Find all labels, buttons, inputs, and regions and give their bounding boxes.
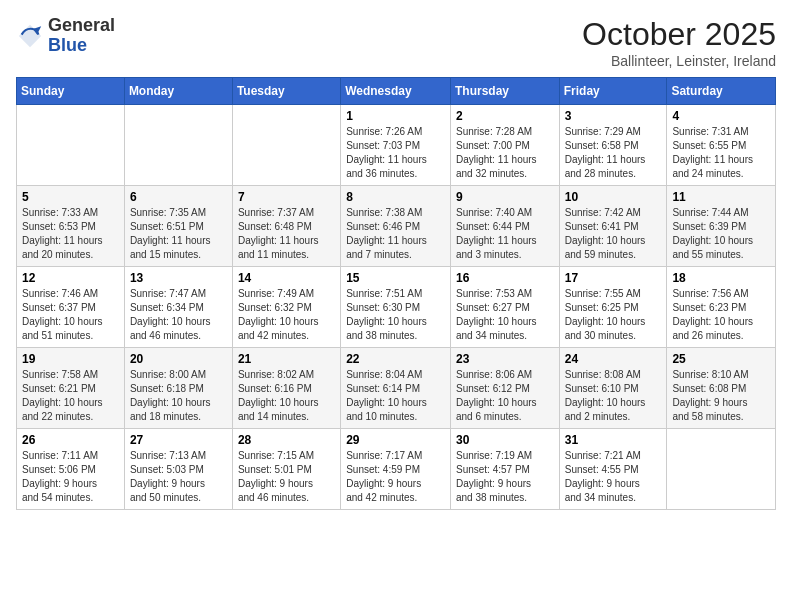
- calendar-cell: 27Sunrise: 7:13 AM Sunset: 5:03 PM Dayli…: [124, 429, 232, 510]
- day-info: Sunrise: 7:15 AM Sunset: 5:01 PM Dayligh…: [238, 449, 335, 505]
- day-info: Sunrise: 7:19 AM Sunset: 4:57 PM Dayligh…: [456, 449, 554, 505]
- calendar-cell: 25Sunrise: 8:10 AM Sunset: 6:08 PM Dayli…: [667, 348, 776, 429]
- day-info: Sunrise: 7:17 AM Sunset: 4:59 PM Dayligh…: [346, 449, 445, 505]
- day-info: Sunrise: 7:31 AM Sunset: 6:55 PM Dayligh…: [672, 125, 770, 181]
- day-info: Sunrise: 8:06 AM Sunset: 6:12 PM Dayligh…: [456, 368, 554, 424]
- week-row-4: 19Sunrise: 7:58 AM Sunset: 6:21 PM Dayli…: [17, 348, 776, 429]
- day-number: 4: [672, 109, 770, 123]
- day-info: Sunrise: 7:47 AM Sunset: 6:34 PM Dayligh…: [130, 287, 227, 343]
- day-number: 18: [672, 271, 770, 285]
- header-day-thursday: Thursday: [450, 78, 559, 105]
- day-number: 14: [238, 271, 335, 285]
- calendar-cell: 24Sunrise: 8:08 AM Sunset: 6:10 PM Dayli…: [559, 348, 667, 429]
- day-number: 22: [346, 352, 445, 366]
- day-info: Sunrise: 7:46 AM Sunset: 6:37 PM Dayligh…: [22, 287, 119, 343]
- calendar-cell: 15Sunrise: 7:51 AM Sunset: 6:30 PM Dayli…: [341, 267, 451, 348]
- day-number: 21: [238, 352, 335, 366]
- title-block: October 2025 Ballinteer, Leinster, Irela…: [582, 16, 776, 69]
- day-info: Sunrise: 7:42 AM Sunset: 6:41 PM Dayligh…: [565, 206, 662, 262]
- calendar-cell: 2Sunrise: 7:28 AM Sunset: 7:00 PM Daylig…: [450, 105, 559, 186]
- day-info: Sunrise: 8:10 AM Sunset: 6:08 PM Dayligh…: [672, 368, 770, 424]
- calendar-cell: 5Sunrise: 7:33 AM Sunset: 6:53 PM Daylig…: [17, 186, 125, 267]
- calendar-cell: 28Sunrise: 7:15 AM Sunset: 5:01 PM Dayli…: [232, 429, 340, 510]
- day-info: Sunrise: 7:40 AM Sunset: 6:44 PM Dayligh…: [456, 206, 554, 262]
- header-day-sunday: Sunday: [17, 78, 125, 105]
- calendar-cell: 18Sunrise: 7:56 AM Sunset: 6:23 PM Dayli…: [667, 267, 776, 348]
- calendar-cell: [17, 105, 125, 186]
- calendar-cell: 14Sunrise: 7:49 AM Sunset: 6:32 PM Dayli…: [232, 267, 340, 348]
- week-row-2: 5Sunrise: 7:33 AM Sunset: 6:53 PM Daylig…: [17, 186, 776, 267]
- calendar-cell: [232, 105, 340, 186]
- page-header: General Blue October 2025 Ballinteer, Le…: [16, 16, 776, 69]
- day-info: Sunrise: 7:53 AM Sunset: 6:27 PM Dayligh…: [456, 287, 554, 343]
- calendar-cell: 6Sunrise: 7:35 AM Sunset: 6:51 PM Daylig…: [124, 186, 232, 267]
- header-day-tuesday: Tuesday: [232, 78, 340, 105]
- week-row-5: 26Sunrise: 7:11 AM Sunset: 5:06 PM Dayli…: [17, 429, 776, 510]
- calendar-table: SundayMondayTuesdayWednesdayThursdayFrid…: [16, 77, 776, 510]
- calendar-cell: 21Sunrise: 8:02 AM Sunset: 6:16 PM Dayli…: [232, 348, 340, 429]
- day-number: 3: [565, 109, 662, 123]
- day-info: Sunrise: 7:29 AM Sunset: 6:58 PM Dayligh…: [565, 125, 662, 181]
- day-info: Sunrise: 8:02 AM Sunset: 6:16 PM Dayligh…: [238, 368, 335, 424]
- day-info: Sunrise: 8:08 AM Sunset: 6:10 PM Dayligh…: [565, 368, 662, 424]
- calendar-cell: 30Sunrise: 7:19 AM Sunset: 4:57 PM Dayli…: [450, 429, 559, 510]
- day-number: 13: [130, 271, 227, 285]
- calendar-cell: [124, 105, 232, 186]
- calendar-cell: 10Sunrise: 7:42 AM Sunset: 6:41 PM Dayli…: [559, 186, 667, 267]
- calendar-cell: 17Sunrise: 7:55 AM Sunset: 6:25 PM Dayli…: [559, 267, 667, 348]
- header-day-wednesday: Wednesday: [341, 78, 451, 105]
- calendar-cell: 8Sunrise: 7:38 AM Sunset: 6:46 PM Daylig…: [341, 186, 451, 267]
- day-info: Sunrise: 7:33 AM Sunset: 6:53 PM Dayligh…: [22, 206, 119, 262]
- week-row-3: 12Sunrise: 7:46 AM Sunset: 6:37 PM Dayli…: [17, 267, 776, 348]
- calendar-cell: 1Sunrise: 7:26 AM Sunset: 7:03 PM Daylig…: [341, 105, 451, 186]
- day-info: Sunrise: 7:28 AM Sunset: 7:00 PM Dayligh…: [456, 125, 554, 181]
- calendar-cell: [667, 429, 776, 510]
- day-number: 10: [565, 190, 662, 204]
- day-number: 17: [565, 271, 662, 285]
- calendar-cell: 13Sunrise: 7:47 AM Sunset: 6:34 PM Dayli…: [124, 267, 232, 348]
- day-number: 26: [22, 433, 119, 447]
- day-number: 29: [346, 433, 445, 447]
- day-info: Sunrise: 7:35 AM Sunset: 6:51 PM Dayligh…: [130, 206, 227, 262]
- calendar-cell: 11Sunrise: 7:44 AM Sunset: 6:39 PM Dayli…: [667, 186, 776, 267]
- calendar-body: 1Sunrise: 7:26 AM Sunset: 7:03 PM Daylig…: [17, 105, 776, 510]
- calendar-cell: 4Sunrise: 7:31 AM Sunset: 6:55 PM Daylig…: [667, 105, 776, 186]
- day-info: Sunrise: 7:55 AM Sunset: 6:25 PM Dayligh…: [565, 287, 662, 343]
- day-info: Sunrise: 7:44 AM Sunset: 6:39 PM Dayligh…: [672, 206, 770, 262]
- day-number: 24: [565, 352, 662, 366]
- month-title: October 2025: [582, 16, 776, 53]
- day-info: Sunrise: 8:00 AM Sunset: 6:18 PM Dayligh…: [130, 368, 227, 424]
- logo-icon: [16, 22, 44, 50]
- day-number: 20: [130, 352, 227, 366]
- day-info: Sunrise: 7:56 AM Sunset: 6:23 PM Dayligh…: [672, 287, 770, 343]
- header-row: SundayMondayTuesdayWednesdayThursdayFrid…: [17, 78, 776, 105]
- day-info: Sunrise: 7:26 AM Sunset: 7:03 PM Dayligh…: [346, 125, 445, 181]
- calendar-cell: 20Sunrise: 8:00 AM Sunset: 6:18 PM Dayli…: [124, 348, 232, 429]
- logo: General Blue: [16, 16, 115, 56]
- day-info: Sunrise: 7:51 AM Sunset: 6:30 PM Dayligh…: [346, 287, 445, 343]
- calendar-cell: 9Sunrise: 7:40 AM Sunset: 6:44 PM Daylig…: [450, 186, 559, 267]
- calendar-cell: 22Sunrise: 8:04 AM Sunset: 6:14 PM Dayli…: [341, 348, 451, 429]
- day-number: 30: [456, 433, 554, 447]
- day-number: 6: [130, 190, 227, 204]
- day-info: Sunrise: 8:04 AM Sunset: 6:14 PM Dayligh…: [346, 368, 445, 424]
- day-number: 28: [238, 433, 335, 447]
- calendar-cell: 31Sunrise: 7:21 AM Sunset: 4:55 PM Dayli…: [559, 429, 667, 510]
- day-number: 9: [456, 190, 554, 204]
- calendar-cell: 3Sunrise: 7:29 AM Sunset: 6:58 PM Daylig…: [559, 105, 667, 186]
- day-info: Sunrise: 7:58 AM Sunset: 6:21 PM Dayligh…: [22, 368, 119, 424]
- day-number: 23: [456, 352, 554, 366]
- calendar-header: SundayMondayTuesdayWednesdayThursdayFrid…: [17, 78, 776, 105]
- day-number: 25: [672, 352, 770, 366]
- header-day-saturday: Saturday: [667, 78, 776, 105]
- day-number: 7: [238, 190, 335, 204]
- calendar-cell: 19Sunrise: 7:58 AM Sunset: 6:21 PM Dayli…: [17, 348, 125, 429]
- header-day-monday: Monday: [124, 78, 232, 105]
- location: Ballinteer, Leinster, Ireland: [582, 53, 776, 69]
- day-number: 1: [346, 109, 445, 123]
- day-info: Sunrise: 7:37 AM Sunset: 6:48 PM Dayligh…: [238, 206, 335, 262]
- logo-text: General Blue: [48, 16, 115, 56]
- calendar-cell: 16Sunrise: 7:53 AM Sunset: 6:27 PM Dayli…: [450, 267, 559, 348]
- calendar-cell: 29Sunrise: 7:17 AM Sunset: 4:59 PM Dayli…: [341, 429, 451, 510]
- day-number: 11: [672, 190, 770, 204]
